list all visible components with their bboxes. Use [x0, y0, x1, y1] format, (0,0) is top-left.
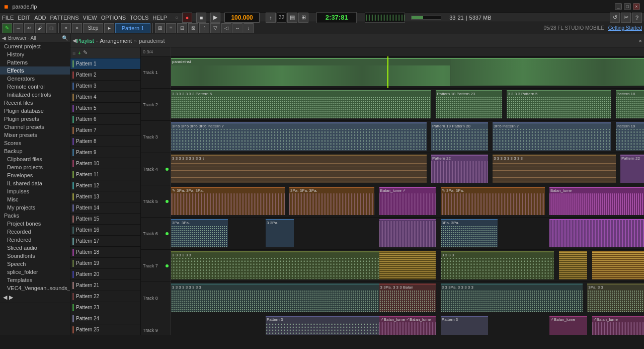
paint-button[interactable]: 🖌	[35, 23, 45, 33]
browser-item-soundfonts[interactable]: Soundfonts	[0, 252, 70, 260]
group-button[interactable]: ↓	[244, 23, 254, 33]
pattern-item-2[interactable]: Pattern 2	[70, 69, 140, 81]
step-mode[interactable]: Step	[83, 23, 103, 33]
browser-item-splice_folder[interactable]: splice_folder	[0, 268, 70, 276]
select-button[interactable]: ◁	[221, 23, 231, 33]
mixer-icon[interactable]: ▤	[287, 13, 297, 23]
pattern-item-25[interactable]: Pattern 25	[70, 324, 140, 335]
browser-item-packs[interactable]: Packs	[0, 212, 70, 220]
snap-button[interactable]: ⋮	[199, 23, 209, 33]
pattern-item-11[interactable]: Pattern 11	[70, 169, 140, 180]
browser-item-il-shared-data[interactable]: IL shared data	[0, 179, 70, 187]
browser-item-initialized-controls[interactable]: Initialized controls	[0, 91, 70, 99]
pattern-item-22[interactable]: Pattern 22	[70, 291, 140, 302]
browser-item-remote-control[interactable]: Remote control	[0, 83, 70, 91]
menu-view[interactable]: VIEW	[83, 15, 97, 21]
view-toggle4[interactable]: ⊠	[188, 23, 198, 33]
track-area[interactable]: 0:3/4 2816243240485664728088961041121201…	[141, 47, 644, 335]
mute-button[interactable]: ↔	[232, 23, 243, 33]
browser-nav-prev[interactable]: ◀▶	[2, 293, 68, 302]
browser-item-recent-files[interactable]: Recent files	[0, 99, 70, 107]
browser-item-rendered[interactable]: Rendered	[0, 236, 70, 244]
pattern-list-add[interactable]: +	[77, 50, 80, 56]
browser-item-demo-projects[interactable]: Demo projects	[0, 163, 70, 171]
bpm-display[interactable]: 100.000	[224, 13, 260, 23]
refresh-button[interactable]: ↺	[610, 13, 620, 23]
stop-button[interactable]: ■	[196, 13, 206, 23]
browser-item-project-bones[interactable]: Project bones	[0, 220, 70, 228]
pattern-item-4[interactable]: Pattern 4	[70, 92, 140, 103]
arrow-button[interactable]: →	[13, 23, 23, 33]
browser-item-effects[interactable]: Effects	[0, 66, 70, 75]
browser-item-vec4_vengean..sounds_vol_4[interactable]: VEC4_Vengean..sounds_vol_4	[0, 284, 70, 292]
browser-search[interactable]: 🔍	[62, 35, 68, 41]
browser-item-history[interactable]: History	[0, 50, 70, 58]
pattern-item-14[interactable]: Pattern 14	[70, 202, 140, 214]
scissors-button[interactable]: ✂	[621, 13, 631, 23]
play-trigger[interactable]: ▸	[104, 23, 114, 33]
record-button[interactable]: ●	[182, 13, 192, 23]
pattern-item-20[interactable]: Pattern 20	[70, 269, 140, 280]
up-icon[interactable]: ↑	[266, 13, 276, 23]
getting-started[interactable]: Getting Started	[608, 25, 642, 31]
menu-edit[interactable]: EDIT	[18, 15, 30, 21]
browser-item-speech[interactable]: Speech	[0, 260, 70, 268]
pattern-item-18[interactable]: Pattern 18	[70, 247, 140, 258]
question-button[interactable]: ?	[632, 13, 642, 23]
maximize-button[interactable]: □	[624, 3, 631, 10]
close-button[interactable]: ×	[633, 3, 640, 10]
menu-file[interactable]: FILE	[2, 15, 14, 21]
browser-item-templates[interactable]: Templates	[0, 276, 70, 284]
browser-item-plugin-database[interactable]: Plugin database	[0, 107, 70, 115]
view-toggle2[interactable]: ≡	[166, 23, 176, 33]
pattern-item-3[interactable]: Pattern 3	[70, 81, 140, 92]
pattern-selector[interactable]: Pattern 1	[115, 23, 150, 33]
browser-item-scores[interactable]: Scores	[0, 139, 70, 147]
browser-item-recorded[interactable]: Recorded	[0, 228, 70, 236]
pattern-item-12[interactable]: Pattern 12	[70, 180, 140, 191]
arr-close[interactable]: ×	[639, 38, 642, 44]
menu-help[interactable]: HELP	[152, 15, 167, 21]
browser-item-misc[interactable]: Misc	[0, 195, 70, 203]
minimize-button[interactable]: _	[615, 3, 622, 10]
zoom-in[interactable]: «	[61, 23, 71, 33]
browser-item-backup[interactable]: Backup	[0, 147, 70, 155]
pattern-item-7[interactable]: Pattern 7	[70, 125, 140, 136]
browser-item-my-projects[interactable]: My projects	[0, 203, 70, 212]
pattern-item-13[interactable]: Pattern 13	[70, 191, 140, 202]
pattern-item-10[interactable]: Pattern 10	[70, 158, 140, 169]
pattern-item-17[interactable]: Pattern 17	[70, 236, 140, 247]
browser-item-channel-presets[interactable]: Channel presets	[0, 123, 70, 131]
pattern-item-9[interactable]: Pattern 9	[70, 147, 140, 158]
view-toggle3[interactable]: ⊟	[177, 23, 187, 33]
browser-item-plugin-presets[interactable]: Plugin presets	[0, 115, 70, 123]
menu-tools[interactable]: TOOLS	[130, 15, 148, 21]
browser-item-sliced-audio[interactable]: Sliced audio	[0, 244, 70, 252]
pattern-item-6[interactable]: Pattern 6	[70, 114, 140, 125]
pattern-item-24[interactable]: Pattern 24	[70, 313, 140, 324]
view-toggle1[interactable]: ⊞	[155, 23, 165, 33]
browser-item-patterns[interactable]: Patterns	[0, 58, 70, 66]
menu-add[interactable]: ADD	[34, 15, 46, 21]
browser-item-generators[interactable]: Generators	[0, 75, 70, 83]
eraser-button[interactable]: ◻	[46, 23, 56, 33]
play-button[interactable]: ▶	[210, 13, 220, 23]
pattern-item-5[interactable]: Pattern 5	[70, 103, 140, 114]
channel-rack-icon[interactable]: ⊞	[298, 13, 308, 23]
browser-item-current-project[interactable]: Current project	[0, 42, 70, 50]
browser-item-mixer-presets[interactable]: Mixer presets	[0, 131, 70, 139]
pattern-item-21[interactable]: Pattern 21	[70, 280, 140, 291]
loop-button[interactable]: ↩	[24, 23, 34, 33]
filter-button[interactable]: ▽	[210, 23, 220, 33]
draw-button[interactable]: ✎	[2, 23, 12, 33]
pattern-item-1[interactable]: Pattern 1	[70, 58, 140, 69]
arr-nav-back[interactable]: ◀	[72, 37, 76, 44]
menu-patterns[interactable]: PATTERNS	[50, 15, 79, 21]
pattern-item-15[interactable]: Pattern 15	[70, 214, 140, 225]
browser-item-envelopes[interactable]: Envelopes	[0, 171, 70, 179]
pattern-item-16[interactable]: Pattern 16	[70, 225, 140, 236]
menu-options[interactable]: OPTIONS	[101, 15, 126, 21]
browser-back[interactable]: ◀	[2, 35, 6, 41]
pattern-list-edit[interactable]: ✎	[83, 49, 88, 56]
browser-item-impulses[interactable]: Impulses	[0, 187, 70, 195]
